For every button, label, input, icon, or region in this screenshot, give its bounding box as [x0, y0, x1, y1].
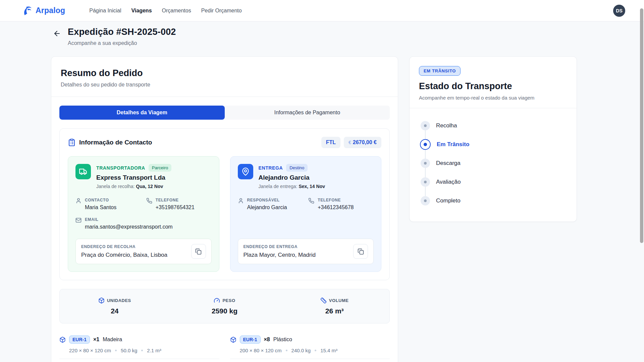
delivery-window-value: Sex, 14 Nov — [299, 184, 325, 189]
delivery-address-label: ENDEREÇO DE ENTREGA — [244, 244, 316, 249]
nav-links: Página Inicial Viagens Orçamentos Pedir … — [89, 8, 241, 14]
status-title: Estado do Transporte — [419, 81, 567, 92]
contact-section-title: Informação de Contacto — [79, 139, 152, 146]
logo-swoosh-icon — [22, 6, 32, 16]
pallet-volume: 2.1 m³ — [147, 348, 161, 353]
package-icon — [230, 337, 236, 343]
delivery-phone-field: TELEFONE+34612345678 — [308, 198, 374, 210]
pallet-weight: 50.0 kg — [121, 348, 137, 353]
pallet-weight: 240.0 kg — [291, 348, 311, 353]
carrier-partner-badge: Parceiro — [149, 164, 171, 172]
stat-peso: PESO 2590 kg — [170, 297, 280, 315]
mail-icon — [75, 217, 82, 230]
step-circle-icon — [421, 159, 430, 168]
pallet-dimensions: 200 × 80 × 120 cm — [240, 348, 282, 353]
contact-info-section: Informação de Contacto FTL €2670,00 € — [59, 128, 390, 280]
carrier-card: TRANSPORTADORA Parceiro Express Transpor… — [68, 156, 219, 272]
user-icon — [238, 198, 244, 210]
pallet-dimensions: 220 × 80 × 120 cm — [69, 348, 111, 353]
nav-item-viagens[interactable]: Viagens — [131, 8, 152, 14]
ruler-icon — [320, 297, 327, 304]
user-icon — [75, 198, 82, 210]
page-subtitle: Acompanhe a sua expedição — [68, 40, 176, 46]
pallet-type-badge: EUR-1 — [240, 336, 261, 344]
pickup-window-value: Qua, 12 Nov — [136, 184, 163, 189]
map-pin-icon — [238, 164, 253, 179]
load-type-badge: FTL — [321, 137, 340, 148]
phone-icon — [146, 198, 152, 210]
delivery-address-box: ENDEREÇO DE ENTREGA Plaza Mayor, Centro,… — [238, 239, 374, 264]
nav-item-orcamentos[interactable]: Orçamentos — [162, 8, 191, 14]
delivery-address-value: Plaza Mayor, Centro, Madrid — [244, 252, 316, 258]
brand-name: Arpalog — [36, 6, 65, 15]
copy-pickup-address-button[interactable] — [191, 244, 206, 259]
carrier-role-label: TRANSPORTADORA — [96, 165, 145, 171]
pallet-material: Plástico — [273, 337, 292, 343]
carrier-email-field: EMAILmaria.santos@expresstransport.com — [75, 217, 212, 230]
transport-status-card: EM TRÂNSITO Estado do Transporte Acompan… — [409, 56, 577, 222]
gauge-icon — [214, 297, 220, 304]
clipboard-icon — [68, 138, 76, 146]
package-icon — [59, 337, 66, 343]
user-avatar[interactable]: DS — [613, 5, 625, 17]
step-completo: Completo — [420, 191, 567, 210]
pallet-qty: ×8 — [264, 337, 270, 343]
order-summary-subtitle: Detalhes do seu pedido de transporte — [61, 82, 388, 88]
order-summary-card: Resumo do Pedido Detalhes do seu pedido … — [51, 56, 398, 362]
copy-icon — [195, 248, 202, 255]
status-badge: EM TRÂNSITO — [419, 66, 461, 76]
pickup-address-box: ENDEREÇO DE RECOLHA Praça do Comércio, B… — [75, 239, 212, 264]
pallet-row: EUR-1 ×1 Madeira 220 × 80 × 120 cm 50.0 … — [59, 329, 219, 359]
stat-volume: VOLUME 26 m³ — [279, 297, 389, 315]
delivery-window-label: Janela de entrega: — [259, 184, 298, 189]
pallet-row: EUR-2 ×15 Papelão 220 × 100 × 120 cm 300… — [59, 359, 219, 362]
step-circle-icon — [421, 196, 430, 205]
arrow-left-icon — [53, 29, 61, 38]
pallet-type-badge: EUR-1 — [69, 336, 90, 344]
step-descarga: Descarga — [420, 154, 567, 173]
page-scrollbar[interactable] — [639, 0, 644, 362]
delivery-card: ENTREGA Destino Alejandro Garcia Janela … — [230, 156, 382, 272]
carrier-phone-field: TELEFONE+351987654321 — [146, 198, 212, 210]
package-icon — [98, 297, 105, 304]
tab-informacoes-pagamento[interactable]: Informações de Pagamento — [225, 106, 390, 120]
shipment-stats: UNIDADES 24 PESO 2590 kg VOLUME — [59, 289, 390, 323]
phone-icon — [308, 198, 314, 210]
divider — [51, 97, 398, 97]
stat-unidades: UNIDADES 24 — [60, 297, 170, 315]
pallet-volume: 15.4 m³ — [320, 348, 337, 353]
delivery-role-label: ENTREGA — [259, 165, 283, 171]
carrier-contact-field: CONTACTOMaria Santos — [75, 198, 141, 210]
page-title: Expedição #SH-2025-002 — [68, 27, 176, 37]
nav-item-pagina-inicial[interactable]: Página Inicial — [89, 8, 121, 14]
step-recolha: Recolha — [420, 116, 567, 135]
pickup-address-label: ENDEREÇO DE RECOLHA — [81, 244, 167, 249]
nav-item-pedir-orcamento[interactable]: Pedir Orçamento — [201, 8, 242, 14]
step-circle-icon — [421, 121, 430, 130]
pallet-qty: ×1 — [93, 337, 99, 343]
status-subtitle: Acompanhe em tempo-real o estado da sua … — [419, 95, 567, 101]
price-value: 2670,00 € — [353, 139, 377, 145]
price-badge: €2670,00 € — [344, 137, 381, 148]
pallet-list: EUR-1 ×1 Madeira 220 × 80 × 120 cm 50.0 … — [59, 329, 390, 362]
step-circle-icon — [420, 139, 431, 150]
divider — [410, 108, 577, 108]
copy-delivery-address-button[interactable] — [353, 244, 368, 259]
tab-detalhes-viagem[interactable]: Detalhes da Viagem — [59, 106, 225, 120]
brand-logo[interactable]: Arpalog — [22, 6, 65, 16]
truck-icon — [75, 164, 91, 179]
back-button[interactable] — [51, 27, 63, 40]
euro-icon: € — [348, 140, 351, 145]
top-nav: Arpalog Página Inicial Viagens Orçamento… — [0, 0, 644, 21]
step-circle-icon — [421, 177, 430, 187]
delivery-name: Alejandro Garcia — [259, 174, 325, 181]
pallet-row: EUR-1 ×8 Plástico 200 × 80 × 120 cm 240.… — [230, 329, 390, 359]
copy-icon — [358, 248, 364, 255]
pallet-material: Madeira — [103, 337, 122, 343]
pickup-window-label: Janela de recolha: — [96, 184, 135, 189]
delivery-contact-field: RESPONSÁVELAlejandro Garcia — [238, 198, 303, 210]
status-steps: Recolha Em Trânsito Descarga Avaliação C… — [419, 116, 567, 210]
order-summary-title: Resumo do Pedido — [61, 68, 388, 78]
scrollbar-thumb[interactable] — [640, 8, 643, 243]
order-tabs: Detalhes da Viagem Informações de Pagame… — [59, 106, 390, 120]
